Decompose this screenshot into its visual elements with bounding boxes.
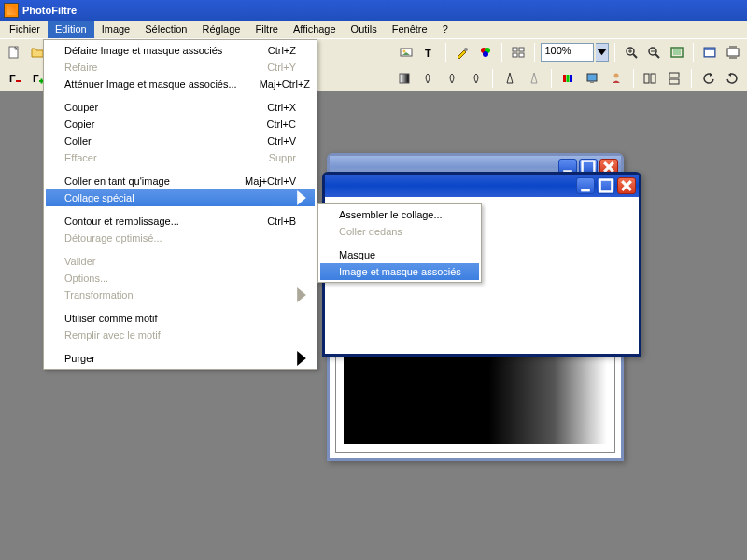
svg-point-10 (403, 50, 406, 53)
svg-rect-39 (567, 75, 570, 82)
svg-point-15 (483, 51, 488, 57)
menu-item[interactable]: CollerCtrl+V (46, 133, 315, 149)
separator (48, 169, 313, 170)
menu-outils[interactable]: Outils (344, 21, 385, 38)
svg-rect-40 (570, 75, 572, 82)
monitor-button[interactable] (581, 68, 603, 89)
maximize-button[interactable] (597, 177, 615, 194)
fit-window-button[interactable] (667, 42, 687, 63)
menu-item[interactable]: Coller en tant qu'imageMaj+Ctrl+V (46, 173, 315, 189)
svg-line-25 (655, 54, 659, 58)
separator (693, 43, 694, 62)
drop2-button[interactable] (465, 68, 487, 89)
person-button[interactable] (605, 68, 627, 89)
flip-horiz-button[interactable] (640, 68, 662, 89)
menu-item[interactable]: CouperCtrl+X (46, 99, 315, 116)
zoom-combo-dropdown[interactable] (596, 43, 609, 62)
menu-item-label: Valider (64, 256, 95, 267)
menu-item[interactable]: Purger (46, 350, 315, 367)
svg-text:Γ: Γ (33, 73, 39, 84)
grayscale-button[interactable] (393, 68, 416, 89)
gamma-minus-button[interactable]: Γ (4, 68, 26, 89)
minimize-button[interactable] (576, 177, 595, 194)
menu-affichage[interactable]: Affichage (286, 21, 344, 38)
drop1-button[interactable] (441, 68, 463, 89)
menu-item: EffacerSuppr (46, 149, 315, 166)
menu-item-label: Détourage optimisé... (64, 232, 162, 244)
separator (48, 209, 313, 210)
menu-item-label: Collage spécial (64, 192, 134, 203)
menu-item[interactable]: CopierCtrl+C (46, 116, 315, 133)
svg-rect-38 (563, 75, 566, 82)
slideshow-button[interactable] (723, 42, 743, 63)
separator (492, 69, 493, 88)
menu-item-shortcut: Suppr (247, 152, 296, 163)
menu-item[interactable]: Utiliser comme motif (46, 310, 315, 327)
menu-edition[interactable]: Edition (48, 21, 94, 38)
new-file-button[interactable] (4, 42, 24, 63)
menu-item-label: Effacer (64, 152, 97, 163)
separator (691, 69, 692, 88)
menu-item-label: Utiliser comme motif (64, 313, 158, 324)
submenu-item-label: Image et masque associés (339, 266, 461, 277)
child-window-titlebar[interactable] (325, 175, 639, 197)
menu-item: Valider (46, 253, 315, 270)
image-mode-button[interactable] (396, 42, 416, 63)
separator (322, 243, 477, 244)
separator (633, 69, 634, 88)
svg-point-12 (464, 48, 468, 51)
submenu-arrow-icon (294, 190, 309, 205)
svg-rect-46 (669, 73, 679, 77)
submenu-item[interactable]: Masque (320, 246, 479, 263)
color-button[interactable] (475, 42, 496, 63)
menu-item-shortcut: Ctrl+C (245, 119, 296, 130)
menu-item-label: Remplir avec le motif (64, 329, 161, 341)
browse-button[interactable] (508, 42, 529, 63)
menu-item[interactable]: Contour et remplissage...Ctrl+B (46, 213, 315, 230)
zoom-out-button[interactable] (643, 42, 664, 63)
svg-rect-37 (400, 74, 409, 83)
zoom-combo[interactable]: 100% (541, 43, 593, 62)
menu-fichier[interactable]: Fichier (2, 21, 48, 38)
flip-vert-button[interactable] (663, 68, 685, 89)
collage-special-submenu: Assembler le collage...Coller dedansMasq… (317, 203, 482, 283)
svg-rect-47 (669, 79, 679, 84)
zoom-in-button[interactable] (621, 42, 641, 63)
svg-rect-53 (600, 180, 613, 192)
blur-button[interactable] (523, 68, 545, 89)
separator (48, 95, 313, 96)
svg-rect-44 (644, 74, 649, 83)
picker-button[interactable] (452, 42, 472, 63)
fullscreen-button[interactable] (699, 42, 720, 63)
text-tool-button[interactable]: T (419, 42, 440, 63)
menu-item-shortcut: Ctrl+X (245, 102, 296, 113)
rgb-button[interactable] (557, 68, 580, 89)
submenu-item[interactable]: Assembler le collage... (320, 206, 479, 223)
menu-item: Transformation (46, 287, 315, 303)
submenu-item[interactable]: Image et masque associés (320, 263, 479, 280)
menu-item[interactable]: Défaire Image et masque associésCtrl+Z (46, 42, 315, 59)
close-button[interactable] (617, 177, 636, 194)
menu-item-shortcut: Ctrl+V (245, 135, 296, 147)
menu-slection[interactable]: Sélection (137, 21, 194, 38)
submenu-item: Coller dedans (320, 223, 479, 240)
menu-item-shortcut: Ctrl+B (245, 216, 296, 227)
menu-item: Remplir avec le motif (46, 327, 315, 343)
menu-image[interactable]: Image (94, 21, 138, 38)
menu-fentre[interactable]: Fenêtre (385, 21, 435, 38)
svg-rect-17 (519, 48, 524, 51)
menu-item[interactable]: Atténuer Image et masque associés...Maj+… (46, 76, 315, 92)
menu-item-shortcut: Maj+Ctrl+V (222, 175, 296, 187)
menu-item[interactable]: Collage spécial (46, 189, 315, 206)
menu-filtre[interactable]: Filtre (247, 21, 285, 38)
menu-[interactable]: ? (435, 21, 456, 38)
sharpen-button[interactable] (499, 68, 521, 89)
menu-item-label: Options... (64, 273, 108, 284)
menu-rglage[interactable]: Réglage (195, 21, 248, 38)
svg-rect-31 (727, 49, 739, 56)
sepia-button[interactable] (417, 68, 440, 89)
separator (501, 43, 502, 62)
separator (48, 306, 313, 307)
rotate-left-button[interactable] (698, 68, 720, 89)
rotate-right-button[interactable] (721, 68, 743, 89)
